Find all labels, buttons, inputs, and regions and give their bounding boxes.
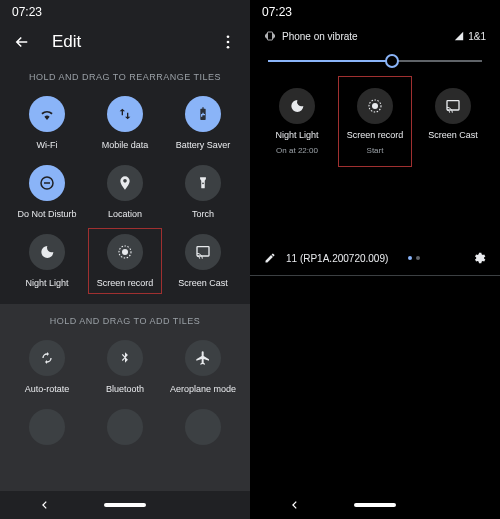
tile-partial-2[interactable]: [86, 409, 164, 445]
battery-icon: [185, 96, 221, 132]
signal-icon: [454, 31, 464, 41]
status-bar-left: 07:23: [0, 0, 250, 24]
highlight-box: [88, 228, 162, 295]
vibrate-icon: [264, 30, 276, 42]
airplane-icon: [185, 340, 221, 376]
torch-icon: [185, 165, 221, 201]
tile-auto-rotate[interactable]: Auto-rotate: [8, 340, 86, 395]
nav-back-button[interactable]: [40, 500, 54, 510]
slider-fill: [268, 60, 392, 62]
moon-icon: [279, 88, 315, 124]
unknown-icon: [185, 409, 221, 445]
page-indicator: [408, 256, 420, 260]
slider-thumb[interactable]: [385, 54, 399, 68]
tile-night-light[interactable]: Night Light: [8, 234, 86, 289]
tile-subtext: On at 22:00: [276, 146, 318, 155]
carrier-label: 1&1: [468, 31, 486, 42]
add-tiles-section: HOLD AND DRAG TO ADD TILES Auto-rotate B…: [0, 304, 250, 519]
tile-label: Night Light: [275, 130, 318, 140]
tile-wifi[interactable]: Wi-Fi: [8, 96, 86, 151]
qs-tile-night-light[interactable]: Night Light On at 22:00: [258, 82, 336, 161]
qs-tiles-grid: Night Light On at 22:00 Screen record St…: [250, 82, 500, 161]
build-label: 11 (RP1A.200720.009): [286, 253, 388, 264]
available-tiles-grid: Auto-rotate Bluetooth Aeroplane mode: [0, 340, 250, 445]
tile-label: Mobile data: [102, 140, 149, 151]
tile-screen-record[interactable]: Screen record: [86, 234, 164, 289]
tile-label: Battery Saver: [176, 140, 231, 151]
qs-tile-screen-cast[interactable]: Screen Cast: [414, 82, 492, 161]
cast-icon: [185, 234, 221, 270]
unknown-icon: [107, 409, 143, 445]
tile-label: Screen Cast: [178, 278, 228, 289]
rotate-icon: [29, 340, 65, 376]
tile-label: Wi-Fi: [37, 140, 58, 151]
mobile-data-icon: [107, 96, 143, 132]
tile-mobile-data[interactable]: Mobile data: [86, 96, 164, 151]
status-row: Phone on vibrate 1&1: [250, 24, 500, 48]
overflow-menu-button[interactable]: [218, 32, 238, 52]
tile-screen-cast[interactable]: Screen Cast: [164, 234, 242, 289]
tile-label: Do Not Disturb: [17, 209, 76, 220]
rearrange-hint: HOLD AND DRAG TO REARRANGE TILES: [0, 60, 250, 96]
page-title: Edit: [52, 32, 198, 52]
tile-dnd[interactable]: Do Not Disturb: [8, 165, 86, 220]
nav-bar-left: [0, 491, 250, 519]
dot-inactive: [416, 256, 420, 260]
clock-right: 07:23: [262, 5, 292, 19]
tile-label: Torch: [192, 209, 214, 220]
moon-icon: [29, 234, 65, 270]
svg-point-0: [227, 35, 230, 38]
dot-active: [408, 256, 412, 260]
wifi-icon: [29, 96, 65, 132]
unknown-icon: [29, 409, 65, 445]
gear-icon[interactable]: [472, 251, 486, 265]
build-info-row: 11 (RP1A.200720.009): [250, 241, 500, 276]
tile-label: Night Light: [25, 278, 68, 289]
nav-home-button[interactable]: [104, 503, 146, 507]
active-tiles-grid: Wi-Fi Mobile data Battery Saver Do Not D…: [0, 96, 250, 288]
tile-battery-saver[interactable]: Battery Saver: [164, 96, 242, 151]
tile-label: Screen Cast: [428, 130, 478, 140]
back-button[interactable]: [12, 32, 32, 52]
qs-panel-pane: 07:23 Phone on vibrate 1&1 Night Light O…: [250, 0, 500, 519]
nav-bar-right: [250, 491, 500, 519]
svg-rect-7: [197, 246, 209, 255]
tile-bluetooth[interactable]: Bluetooth: [86, 340, 164, 395]
svg-point-2: [227, 46, 230, 49]
svg-point-1: [227, 41, 230, 44]
tile-partial-3[interactable]: [164, 409, 242, 445]
signal-status: 1&1: [454, 31, 486, 42]
nav-home-button[interactable]: [354, 503, 396, 507]
clock-left: 07:23: [12, 5, 42, 19]
dnd-icon: [29, 165, 65, 201]
qs-tile-screen-record[interactable]: Screen record Start: [336, 82, 414, 161]
bluetooth-icon: [107, 340, 143, 376]
add-hint: HOLD AND DRAG TO ADD TILES: [0, 304, 250, 340]
nav-back-button[interactable]: [290, 500, 304, 510]
svg-rect-4: [44, 182, 50, 184]
svg-rect-10: [447, 101, 459, 110]
vibrate-label: Phone on vibrate: [282, 31, 358, 42]
qs-edit-pane: 07:23 Edit HOLD AND DRAG TO REARRANGE TI…: [0, 0, 250, 519]
tile-location[interactable]: Location: [86, 165, 164, 220]
status-bar-right: 07:23: [250, 0, 500, 24]
slider-track: [268, 60, 482, 62]
tile-partial-1[interactable]: [8, 409, 86, 445]
tile-torch[interactable]: Torch: [164, 165, 242, 220]
tile-label: Aeroplane mode: [170, 384, 236, 395]
highlight-box: [338, 76, 412, 167]
header: Edit: [0, 24, 250, 60]
cast-icon: [435, 88, 471, 124]
tile-label: Location: [108, 209, 142, 220]
pencil-icon[interactable]: [264, 252, 276, 264]
tile-label: Bluetooth: [106, 384, 144, 395]
tile-label: Auto-rotate: [25, 384, 70, 395]
tile-aeroplane[interactable]: Aeroplane mode: [164, 340, 242, 395]
location-icon: [107, 165, 143, 201]
vibrate-status[interactable]: Phone on vibrate: [264, 30, 358, 42]
